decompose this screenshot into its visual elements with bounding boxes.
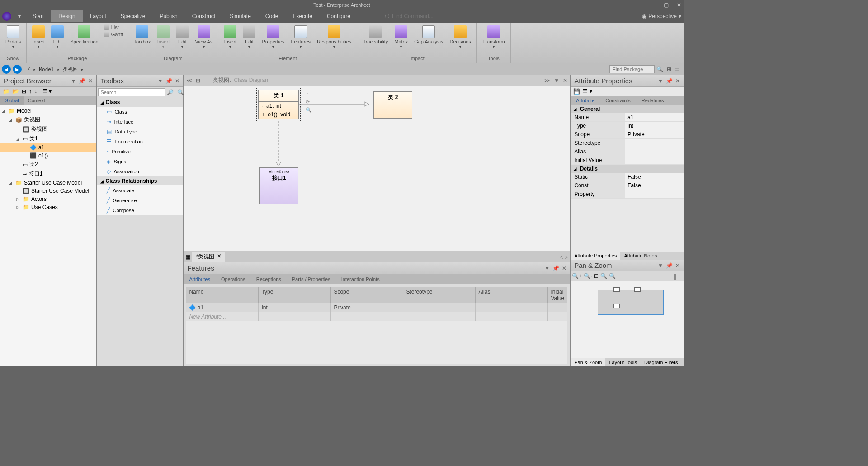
tree-node[interactable]: ▷📁Actors [0, 195, 96, 203]
close-tab-icon[interactable]: ✕ [217, 253, 222, 261]
tree-icon[interactable]: ⊞ [667, 66, 671, 72]
toolbox-associate[interactable]: ╱Associate [97, 185, 183, 195]
ribbon-traceability[interactable]: Traceability [360, 24, 391, 46]
maximize-icon[interactable]: ▢ [664, 2, 669, 8]
dropdown-icon[interactable]: ▼ [71, 78, 76, 84]
tree-node[interactable]: ▷📁Use Cases [0, 203, 96, 211]
hierarchy-icon[interactable]: ⊞ [22, 88, 26, 95]
property-row[interactable]: StaticFalse [571, 173, 684, 181]
col-header[interactable]: Stereotype [403, 287, 476, 303]
tab-operations[interactable]: Operations [216, 274, 251, 284]
ribbon-insert[interactable]: Insert▾ [29, 24, 47, 52]
uml-class-2[interactable]: 类 2 [373, 91, 412, 119]
ribbon-edit[interactable]: Edit▾ [240, 24, 258, 52]
zoom-reset-icon[interactable]: 🔍 [609, 273, 616, 279]
tab-receptions[interactable]: Receptions [251, 274, 287, 284]
ribbon-view-as[interactable]: View As▾ [192, 24, 215, 52]
tab-attribute-notes[interactable]: Attribute Notes [620, 252, 660, 260]
toolbox-signal[interactable]: ◈Signal [97, 157, 183, 166]
tree-node[interactable]: 🔷a1 [0, 143, 96, 152]
ribbon-features[interactable]: Features▾ [288, 24, 313, 52]
feature-row[interactable]: 🔷 a1 Int Private [186, 303, 567, 312]
ribbon-specification[interactable]: Specification [67, 24, 101, 46]
tab-context[interactable]: Context [24, 96, 50, 105]
down-icon[interactable]: ↓ [34, 88, 37, 95]
tree-node[interactable]: ▭类2 [0, 160, 96, 169]
find-command-input[interactable] [392, 13, 460, 19]
menu-specialize[interactable]: Specialize [113, 10, 153, 22]
ribbon-transform[interactable]: Transform▾ [480, 24, 508, 52]
pan-zoom-view[interactable] [571, 281, 684, 358]
ribbon-gantt[interactable]: Gantt [102, 31, 125, 38]
tree-node[interactable]: ◢▭类1 [0, 134, 96, 143]
options-icon[interactable]: ☰ ▾ [583, 88, 592, 95]
zoom-100-icon[interactable]: 🔍 [600, 273, 607, 279]
open-icon[interactable]: 📂 [12, 88, 19, 95]
zoom-fit-icon[interactable]: ⊡ [594, 273, 599, 279]
diagram-canvas[interactable]: 类 1 - a1: int + o1(): void 类 2 «interfac… [184, 86, 570, 251]
tab-attribute-properties[interactable]: Attribute Properties [571, 252, 620, 260]
app-logo-icon[interactable] [2, 12, 11, 21]
tree-node[interactable]: ⬛o1() [0, 152, 96, 160]
tab-parts---properties[interactable]: Parts / Properties [287, 274, 336, 284]
toolbox-enumeration[interactable]: ☰Enumeration [97, 137, 183, 147]
ribbon-list[interactable]: List [102, 24, 125, 31]
menu-publish[interactable]: Publish [152, 10, 184, 22]
new-attribute-row[interactable]: New Attribute... [186, 312, 567, 321]
ribbon-gap-analysis[interactable]: Gap Analysis [411, 24, 446, 46]
toolbox-interface[interactable]: ⊸Interface [97, 117, 183, 127]
canvas-nav-right-icon[interactable]: ≫ [544, 77, 550, 84]
property-row[interactable]: ScopePrivate [571, 130, 684, 139]
property-row[interactable]: Initial Value [571, 156, 684, 165]
col-header[interactable]: Scope [331, 287, 403, 303]
tab-redefines[interactable]: Redefines [636, 96, 670, 105]
ribbon-edit[interactable]: Edit▾ [173, 24, 191, 52]
ribbon-responsibilities[interactable]: Responsibilities▾ [314, 24, 354, 52]
ribbon-insert[interactable]: Insert▾ [154, 24, 172, 52]
tree-node[interactable]: ◢📦类视图 [0, 115, 96, 124]
zoom-out-icon[interactable]: 🔍- [584, 273, 592, 279]
minimize-icon[interactable]: — [650, 2, 656, 8]
ribbon-edit[interactable]: Edit▾ [48, 24, 66, 52]
tree-node[interactable]: ◢📁Model [0, 107, 96, 115]
tree-node[interactable]: 🔲类视图 [0, 124, 96, 134]
menu-execute[interactable]: Execute [286, 10, 320, 22]
property-row[interactable]: Typeint [571, 122, 684, 130]
ribbon-toolbox[interactable]: Toolbox [131, 24, 154, 46]
col-header[interactable]: Type [259, 287, 331, 303]
ribbon-portals[interactable]: Portals▾ [3, 24, 24, 52]
toolbox-class[interactable]: ▭Class [97, 107, 183, 117]
menu-code[interactable]: Code [258, 10, 286, 22]
perspective-button[interactable]: ◉ Perspective ▾ [642, 13, 681, 19]
tab-pan-zoom[interactable]: Pan & Zoom [571, 358, 605, 366]
tree-node[interactable]: ⊸接口1 [0, 169, 96, 179]
toolbox-data-type[interactable]: ▤Data Type [97, 127, 183, 137]
quick-link-icons[interactable]: ↑⟳🔍 [306, 90, 312, 114]
menu-simulate[interactable]: Simulate [222, 10, 258, 22]
menu-design[interactable]: Design [51, 10, 82, 22]
search-icon[interactable]: 🔎 [165, 88, 175, 96]
tab-global[interactable]: Global [0, 96, 24, 105]
search-icon[interactable]: 🔍 [656, 66, 663, 72]
property-row[interactable]: Stereotype [571, 139, 684, 147]
tree-node[interactable]: 🔲Starter Use Case Model [0, 187, 96, 195]
nav-back-button[interactable]: ◀ [2, 65, 11, 74]
menu-icon[interactable]: ☰ [675, 66, 680, 72]
col-header[interactable]: Alias [476, 287, 548, 303]
ribbon-decisions[interactable]: Decisions▾ [447, 24, 474, 52]
pin-icon[interactable]: 📌 [79, 78, 85, 84]
tab-interaction-points[interactable]: Interaction Points [336, 274, 385, 284]
property-row[interactable]: Property [571, 190, 684, 199]
ribbon-insert[interactable]: Insert▾ [221, 24, 239, 52]
tab-diagram-filters[interactable]: Diagram Filters [641, 358, 682, 366]
canvas-pin-icon[interactable]: ⊞ [196, 77, 200, 84]
toolbox-association[interactable]: ◇Association [97, 166, 183, 176]
hamburger-icon[interactable]: ☰ ▾ [42, 88, 52, 95]
toolbox-generalize[interactable]: ╱Generalize [97, 195, 183, 205]
up-icon[interactable]: ↑ [29, 88, 32, 95]
tab-layout-tools[interactable]: Layout Tools [605, 358, 641, 366]
toolbox-category-class[interactable]: ◢ Class [97, 98, 183, 107]
tab-attributes[interactable]: Attributes [184, 274, 215, 284]
menu-start[interactable]: Start [25, 10, 51, 22]
uml-interface-1[interactable]: «interface» 接口1 [259, 167, 298, 204]
